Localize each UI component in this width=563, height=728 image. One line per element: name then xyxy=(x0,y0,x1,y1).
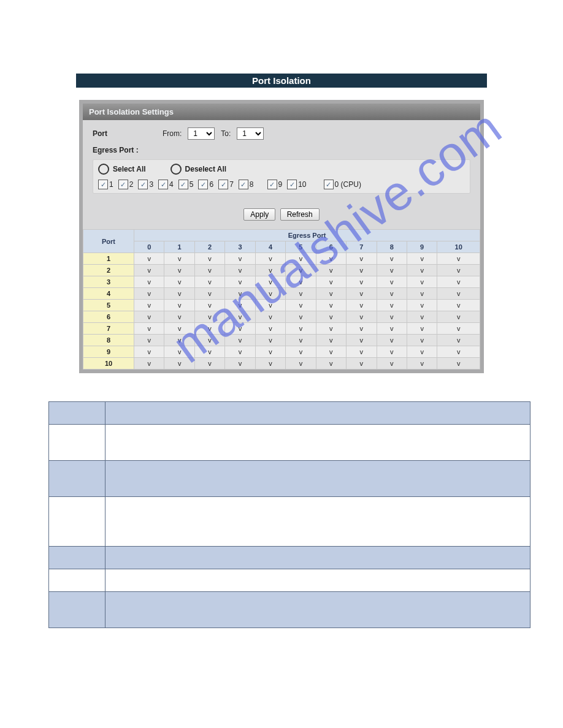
page-title-bar: Port Isolation xyxy=(76,74,487,88)
port-check-5[interactable]: ✓5 xyxy=(178,180,194,189)
port-column-header: Port xyxy=(83,230,134,253)
egress-col-header: 9 xyxy=(407,241,437,253)
check-label: 1 xyxy=(109,180,113,189)
egress-cell: v xyxy=(316,300,346,311)
to-label: To: xyxy=(221,129,231,138)
port-check-1[interactable]: ✓1 xyxy=(98,180,113,189)
egress-cell: v xyxy=(255,253,285,265)
egress-cell: v xyxy=(437,358,480,370)
egress-cell: v xyxy=(437,276,480,288)
egress-cell: v xyxy=(377,358,407,370)
egress-cell: v xyxy=(225,311,255,323)
check-label: 0 (CPU) xyxy=(335,180,361,189)
desc-cell xyxy=(105,402,530,425)
radio-row: Select All Deselect All xyxy=(98,164,465,175)
panel-header-text: Port Isolation Settings xyxy=(89,107,174,116)
egress-cell: v xyxy=(347,323,377,335)
egress-super-header: Egress Port xyxy=(134,230,480,241)
panel-header: Port Isolation Settings xyxy=(83,104,480,120)
egress-cell: v xyxy=(316,265,346,276)
port-check-0-cpu[interactable]: ✓0 (CPU) xyxy=(324,180,361,189)
port-range-row: Port From: 1 To: 1 xyxy=(93,127,470,140)
egress-cell: v xyxy=(407,288,437,300)
select-all-radio[interactable]: Select All xyxy=(98,164,146,175)
egress-cell: v xyxy=(286,311,316,323)
egress-cell: v xyxy=(164,346,194,358)
port-check-6[interactable]: ✓6 xyxy=(198,180,213,189)
egress-cell: v xyxy=(164,288,194,300)
egress-cell: v xyxy=(194,346,224,358)
egress-cell: v xyxy=(377,346,407,358)
desc-cell xyxy=(49,592,105,628)
egress-cell: v xyxy=(437,288,480,300)
check-label: 10 xyxy=(298,180,306,189)
apply-button[interactable]: Apply xyxy=(243,208,275,221)
table-row: 4vvvvvvvvvvv xyxy=(83,288,480,300)
egress-cell: v xyxy=(437,265,480,276)
egress-cell: v xyxy=(407,335,437,346)
egress-cell: v xyxy=(164,335,194,346)
egress-col-header: 3 xyxy=(225,241,255,253)
egress-col-header: 10 xyxy=(437,241,480,253)
port-row-header: 2 xyxy=(83,265,134,276)
port-check-9[interactable]: ✓9 xyxy=(267,180,283,189)
egress-cell: v xyxy=(347,300,377,311)
egress-cell: v xyxy=(255,335,285,346)
from-select[interactable]: 1 xyxy=(188,127,215,140)
egress-cell: v xyxy=(286,300,316,311)
egress-cell: v xyxy=(164,300,194,311)
egress-cell: v xyxy=(347,265,377,276)
egress-cell: v xyxy=(286,288,316,300)
egress-cell: v xyxy=(316,323,346,335)
port-check-4[interactable]: ✓4 xyxy=(158,180,174,189)
egress-cell: v xyxy=(286,346,316,358)
check-icon: ✓ xyxy=(218,180,228,189)
egress-cell: v xyxy=(194,311,224,323)
egress-cell: v xyxy=(407,276,437,288)
egress-col-header: 4 xyxy=(255,241,285,253)
egress-cell: v xyxy=(194,335,224,346)
check-label: 9 xyxy=(278,180,283,189)
port-row-header: 5 xyxy=(83,300,134,311)
desc-cell xyxy=(105,547,530,569)
desc-cell xyxy=(49,547,105,569)
egress-cell: v xyxy=(194,288,224,300)
check-icon: ✓ xyxy=(239,180,248,189)
egress-cell: v xyxy=(286,265,316,276)
egress-cell: v xyxy=(164,323,194,335)
egress-cell: v xyxy=(134,346,164,358)
egress-cell: v xyxy=(286,253,316,265)
description-table-wrap xyxy=(48,401,530,628)
port-row-header: 6 xyxy=(83,311,134,323)
egress-cell: v xyxy=(286,358,316,370)
port-check-10[interactable]: ✓10 xyxy=(287,180,306,189)
egress-cell: v xyxy=(316,276,346,288)
table-row: 7vvvvvvvvvvv xyxy=(83,323,480,335)
refresh-button[interactable]: Refresh xyxy=(280,208,320,221)
egress-cell: v xyxy=(255,265,285,276)
egress-cell: v xyxy=(225,276,255,288)
to-select[interactable]: 1 xyxy=(237,127,264,140)
egress-cell: v xyxy=(134,335,164,346)
port-row-header: 8 xyxy=(83,335,134,346)
egress-cell: v xyxy=(225,288,255,300)
egress-cell: v xyxy=(164,311,194,323)
egress-cell: v xyxy=(407,265,437,276)
port-check-7[interactable]: ✓7 xyxy=(218,180,234,189)
egress-cell: v xyxy=(437,346,480,358)
egress-cell: v xyxy=(347,335,377,346)
egress-cell: v xyxy=(377,311,407,323)
egress-cell: v xyxy=(255,276,285,288)
port-check-2[interactable]: ✓2 xyxy=(118,180,134,189)
desc-cell xyxy=(49,569,105,592)
egress-cell: v xyxy=(377,253,407,265)
egress-col-header: 1 xyxy=(164,241,194,253)
port-check-3[interactable]: ✓3 xyxy=(138,180,153,189)
egress-cell: v xyxy=(407,358,437,370)
check-label: 4 xyxy=(169,180,174,189)
deselect-all-radio[interactable]: Deselect All xyxy=(170,164,227,175)
port-check-8[interactable]: ✓8 xyxy=(239,180,254,189)
check-label: 7 xyxy=(229,180,234,189)
table-row: 3vvvvvvvvvvv xyxy=(83,276,480,288)
egress-cell: v xyxy=(255,358,285,370)
